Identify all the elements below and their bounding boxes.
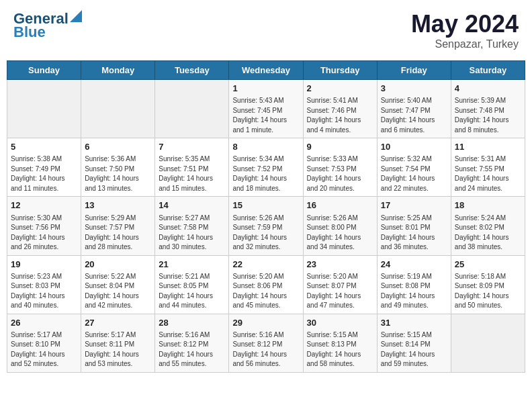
day-number: 2	[307, 83, 373, 95]
calendar-body: 1Sunrise: 5:43 AMSunset: 7:45 PMDaylight…	[7, 80, 525, 373]
weekday-header-saturday: Saturday	[451, 61, 525, 80]
calendar-table: SundayMondayTuesdayWednesdayThursdayFrid…	[7, 60, 525, 373]
day-info: Sunrise: 5:43 AMSunset: 7:45 PMDaylight:…	[232, 96, 299, 135]
calendar-cell: 14Sunrise: 5:27 AMSunset: 7:58 PMDayligh…	[155, 197, 229, 255]
day-info: Sunrise: 5:18 AMSunset: 8:09 PMDaylight:…	[455, 272, 521, 311]
day-info: Sunrise: 5:20 AMSunset: 8:06 PMDaylight:…	[232, 272, 299, 311]
svg-marker-0	[70, 10, 82, 22]
day-number: 18	[455, 199, 521, 212]
day-number: 11	[455, 141, 521, 153]
day-info: Sunrise: 5:20 AMSunset: 8:07 PMDaylight:…	[307, 272, 373, 311]
calendar-cell: 10Sunrise: 5:32 AMSunset: 7:54 PMDayligh…	[377, 138, 451, 197]
weekday-header-thursday: Thursday	[303, 61, 377, 80]
calendar-cell: 20Sunrise: 5:22 AMSunset: 8:04 PMDayligh…	[81, 255, 155, 314]
day-info: Sunrise: 5:26 AMSunset: 7:59 PMDaylight:…	[232, 214, 299, 253]
calendar-cell: 16Sunrise: 5:26 AMSunset: 8:00 PMDayligh…	[303, 197, 377, 255]
day-number: 29	[232, 317, 299, 329]
day-number: 27	[85, 317, 151, 329]
day-number: 7	[159, 141, 225, 153]
weekday-header-row: SundayMondayTuesdayWednesdayThursdayFrid…	[7, 61, 525, 80]
calendar-cell: 9Sunrise: 5:33 AMSunset: 7:53 PMDaylight…	[303, 138, 377, 197]
calendar-cell: 19Sunrise: 5:23 AMSunset: 8:03 PMDayligh…	[7, 255, 81, 314]
day-info: Sunrise: 5:23 AMSunset: 8:03 PMDaylight:…	[11, 272, 77, 311]
calendar-cell: 28Sunrise: 5:16 AMSunset: 8:12 PMDayligh…	[155, 314, 229, 372]
day-info: Sunrise: 5:36 AMSunset: 7:50 PMDaylight:…	[85, 154, 151, 193]
day-info: Sunrise: 5:31 AMSunset: 7:55 PMDaylight:…	[455, 154, 521, 193]
calendar-week-row: 19Sunrise: 5:23 AMSunset: 8:03 PMDayligh…	[7, 255, 525, 314]
logo: General Blue	[13, 10, 82, 41]
calendar-cell: 31Sunrise: 5:15 AMSunset: 8:14 PMDayligh…	[377, 314, 451, 372]
weekday-header-friday: Friday	[377, 61, 451, 80]
day-info: Sunrise: 5:35 AMSunset: 7:51 PMDaylight:…	[159, 154, 225, 193]
day-number: 6	[85, 141, 151, 153]
day-number: 19	[11, 259, 77, 271]
weekday-header-tuesday: Tuesday	[155, 61, 229, 80]
day-info: Sunrise: 5:34 AMSunset: 7:52 PMDaylight:…	[232, 154, 299, 193]
weekday-header-monday: Monday	[81, 61, 155, 80]
day-info: Sunrise: 5:33 AMSunset: 7:53 PMDaylight:…	[307, 154, 373, 193]
day-number: 21	[159, 259, 225, 271]
calendar-week-row: 26Sunrise: 5:17 AMSunset: 8:10 PMDayligh…	[7, 314, 525, 372]
day-info: Sunrise: 5:17 AMSunset: 8:10 PMDaylight:…	[11, 330, 77, 369]
calendar-cell: 29Sunrise: 5:16 AMSunset: 8:12 PMDayligh…	[229, 314, 303, 372]
title-area: May 2024 Senpazar, Turkey	[411, 10, 519, 50]
calendar-cell: 4Sunrise: 5:39 AMSunset: 7:48 PMDaylight…	[451, 80, 525, 138]
day-number: 10	[381, 141, 447, 153]
day-number: 14	[159, 199, 225, 212]
weekday-header-sunday: Sunday	[7, 61, 81, 80]
day-info: Sunrise: 5:41 AMSunset: 7:46 PMDaylight:…	[307, 96, 373, 135]
day-number: 25	[455, 259, 521, 271]
day-number: 9	[307, 141, 373, 153]
calendar-cell: 24Sunrise: 5:19 AMSunset: 8:08 PMDayligh…	[377, 255, 451, 314]
day-info: Sunrise: 5:29 AMSunset: 7:57 PMDaylight:…	[85, 214, 151, 253]
calendar-cell	[451, 314, 525, 372]
day-info: Sunrise: 5:24 AMSunset: 8:02 PMDaylight:…	[455, 214, 521, 253]
day-number: 5	[11, 141, 77, 153]
day-number: 4	[455, 83, 521, 95]
calendar-cell: 13Sunrise: 5:29 AMSunset: 7:57 PMDayligh…	[81, 197, 155, 255]
calendar-cell: 11Sunrise: 5:31 AMSunset: 7:55 PMDayligh…	[451, 138, 525, 197]
day-number: 31	[381, 317, 447, 329]
day-info: Sunrise: 5:16 AMSunset: 8:12 PMDaylight:…	[159, 330, 225, 369]
day-number: 22	[232, 259, 299, 271]
calendar-cell: 22Sunrise: 5:20 AMSunset: 8:06 PMDayligh…	[229, 255, 303, 314]
calendar-cell: 15Sunrise: 5:26 AMSunset: 7:59 PMDayligh…	[229, 197, 303, 255]
day-number: 26	[11, 317, 77, 329]
calendar-cell: 7Sunrise: 5:35 AMSunset: 7:51 PMDaylight…	[155, 138, 229, 197]
page-header: General Blue May 2024 Senpazar, Turkey	[7, 7, 525, 54]
day-info: Sunrise: 5:40 AMSunset: 7:47 PMDaylight:…	[381, 96, 447, 135]
day-number: 28	[159, 317, 225, 329]
day-info: Sunrise: 5:39 AMSunset: 7:48 PMDaylight:…	[455, 96, 521, 135]
calendar-header: SundayMondayTuesdayWednesdayThursdayFrid…	[7, 61, 525, 80]
calendar-cell	[155, 80, 229, 138]
calendar-cell: 2Sunrise: 5:41 AMSunset: 7:46 PMDaylight…	[303, 80, 377, 138]
calendar-cell: 30Sunrise: 5:15 AMSunset: 8:13 PMDayligh…	[303, 314, 377, 372]
calendar-cell	[7, 80, 81, 138]
day-info: Sunrise: 5:19 AMSunset: 8:08 PMDaylight:…	[381, 272, 447, 311]
day-number: 12	[11, 199, 77, 212]
day-info: Sunrise: 5:21 AMSunset: 8:05 PMDaylight:…	[159, 272, 225, 311]
calendar-cell: 26Sunrise: 5:17 AMSunset: 8:10 PMDayligh…	[7, 314, 81, 372]
day-number: 20	[85, 259, 151, 271]
day-info: Sunrise: 5:15 AMSunset: 8:14 PMDaylight:…	[381, 330, 447, 369]
logo-triangle-icon	[70, 10, 82, 22]
day-info: Sunrise: 5:30 AMSunset: 7:56 PMDaylight:…	[11, 214, 77, 253]
calendar-cell: 6Sunrise: 5:36 AMSunset: 7:50 PMDaylight…	[81, 138, 155, 197]
calendar-cell: 23Sunrise: 5:20 AMSunset: 8:07 PMDayligh…	[303, 255, 377, 314]
day-number: 13	[85, 199, 151, 212]
calendar-cell: 3Sunrise: 5:40 AMSunset: 7:47 PMDaylight…	[377, 80, 451, 138]
month-year-title: May 2024	[411, 10, 519, 38]
calendar-cell: 5Sunrise: 5:38 AMSunset: 7:49 PMDaylight…	[7, 138, 81, 197]
calendar-cell: 25Sunrise: 5:18 AMSunset: 8:09 PMDayligh…	[451, 255, 525, 314]
calendar-cell: 18Sunrise: 5:24 AMSunset: 8:02 PMDayligh…	[451, 197, 525, 255]
day-info: Sunrise: 5:26 AMSunset: 8:00 PMDaylight:…	[307, 214, 373, 253]
day-number: 24	[381, 259, 447, 271]
calendar-week-row: 5Sunrise: 5:38 AMSunset: 7:49 PMDaylight…	[7, 138, 525, 197]
day-number: 17	[381, 199, 447, 212]
day-number: 3	[381, 83, 447, 95]
day-number: 16	[307, 199, 373, 212]
day-number: 1	[232, 83, 299, 95]
day-number: 23	[307, 259, 373, 271]
calendar-cell: 27Sunrise: 5:17 AMSunset: 8:11 PMDayligh…	[81, 314, 155, 372]
location-subtitle: Senpazar, Turkey	[411, 38, 519, 50]
